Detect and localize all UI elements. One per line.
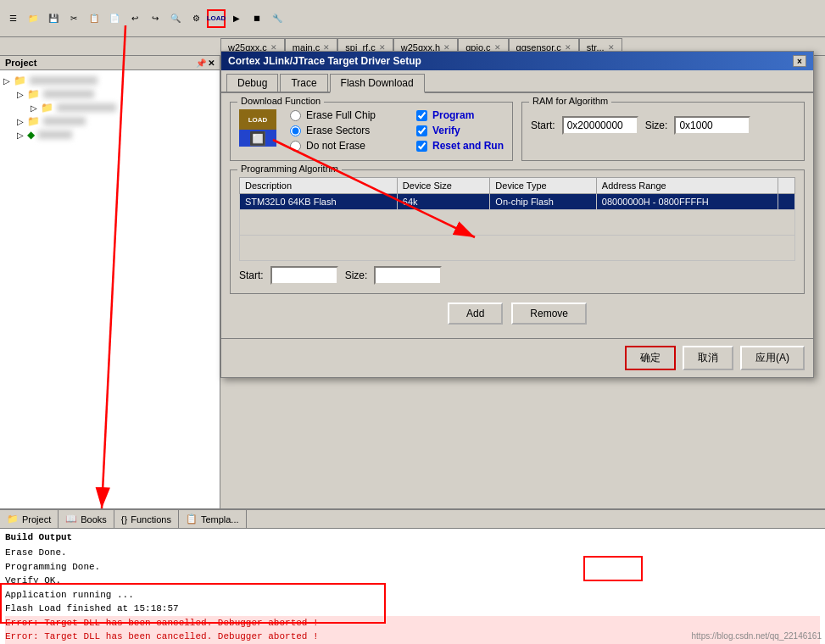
toolbar-btn-redo[interactable]: ↪ <box>146 9 164 28</box>
reset-run-checkbox[interactable] <box>416 141 427 152</box>
folder-icon: 📁 <box>27 115 40 127</box>
program-option[interactable]: Program <box>416 109 504 121</box>
build-output-panel: 📁 Project 📖 Books {} Functions 📋 Templa.… <box>0 508 825 644</box>
tree-item[interactable]: ▷ 📁 <box>3 101 216 114</box>
erase-sectors-radio[interactable] <box>290 125 301 136</box>
close-icon[interactable]: ✕ <box>494 43 501 52</box>
bottom-tab-project[interactable]: 📁 Project <box>0 510 59 528</box>
ram-start-input[interactable] <box>562 116 638 135</box>
output-line: Application running ... <box>5 588 820 602</box>
toolbar-btn-search[interactable]: 🔍 <box>166 9 185 28</box>
verify-option[interactable]: Verify <box>416 125 504 136</box>
program-options: Program Verify Reset and Run <box>416 109 504 152</box>
section-legend: RAM for Algorithm <box>529 96 611 106</box>
books-icon: 📖 <box>65 514 77 525</box>
panel-pin-icon[interactable]: 📌 <box>196 58 206 68</box>
dialog-tab-flash-download[interactable]: Flash Download <box>330 74 425 93</box>
toolbar-btn-copy[interactable]: 📋 <box>85 9 103 28</box>
table-empty-row <box>240 210 795 236</box>
tab-label: Books <box>81 514 107 525</box>
build-output-content: Build Output Erase Done. Programming Don… <box>0 529 825 644</box>
size-label: Size: <box>645 119 668 131</box>
table-row[interactable]: STM32L0 64KB Flash 64k On-chip Flash 080… <box>240 194 795 210</box>
dialog-tab-bar: Debug Trace Flash Download <box>221 70 813 93</box>
toolbar-btn-run[interactable]: ▶ <box>227 9 246 28</box>
tab-label: Templa... <box>201 514 239 525</box>
erase-full-chip-radio[interactable] <box>290 110 301 121</box>
toolbar-btn-undo[interactable]: ↩ <box>125 9 144 28</box>
do-not-erase-option[interactable]: Do not Erase <box>290 140 403 152</box>
close-icon[interactable]: ✕ <box>379 43 386 52</box>
close-icon[interactable]: ✕ <box>270 43 277 52</box>
ram-start-row: Start: Size: <box>531 116 795 135</box>
col-device-size: Device Size <box>397 178 490 194</box>
tree-item[interactable]: ▷ 📁 <box>3 87 216 101</box>
close-icon[interactable]: ✕ <box>565 43 571 52</box>
tree-item-label <box>30 76 98 85</box>
top-sections: Download Function LOAD 🔲 <box>230 102 805 169</box>
dialog-content: Download Function LOAD 🔲 <box>221 93 813 338</box>
table-size-input[interactable] <box>374 266 442 285</box>
close-icon[interactable]: ✕ <box>323 43 330 52</box>
programming-algorithm-section: Programming Algorithm Description Device… <box>230 169 805 294</box>
panel-close-icon[interactable]: ✕ <box>208 58 215 68</box>
bottom-tab-books[interactable]: 📖 Books <box>59 510 114 528</box>
program-label: Program <box>432 109 474 121</box>
toolbar-btn-paste[interactable]: 📄 <box>105 9 124 28</box>
bottom-tab-functions[interactable]: {} Functions <box>114 510 179 528</box>
toolbar-btn-menu[interactable]: ☰ <box>3 9 22 28</box>
add-button[interactable]: Add <box>448 303 503 325</box>
chevron-icon: ▷ <box>17 117 24 126</box>
toolbar-btn-debug[interactable]: 🔧 <box>268 9 287 28</box>
section-legend: Programming Algorithm <box>237 164 342 174</box>
dialog-tab-debug[interactable]: Debug <box>226 74 278 92</box>
project-icon: 📁 <box>7 514 19 525</box>
close-icon[interactable]: ✕ <box>608 43 615 52</box>
cell-empty <box>778 194 794 210</box>
do-not-erase-radio[interactable] <box>290 141 301 152</box>
programming-algorithm-table: Description Device Size Device Type Addr… <box>239 177 795 261</box>
toolbar-btn-save[interactable]: 💾 <box>44 9 63 28</box>
col-description: Description <box>240 178 398 194</box>
ram-size-input[interactable] <box>674 116 750 135</box>
dialog-tab-trace[interactable]: Trace <box>280 74 327 92</box>
tree-item-label <box>57 103 116 112</box>
remove-button[interactable]: Remove <box>511 303 587 325</box>
tree-item-label <box>43 90 94 98</box>
folder-icon: 📁 <box>27 88 40 100</box>
chip-symbol: 🔲 <box>249 130 266 147</box>
table-start-input[interactable] <box>270 266 338 285</box>
erase-sectors-option[interactable]: Erase Sectors <box>290 125 403 136</box>
panel-title: Project 📌 ✕ <box>0 56 220 70</box>
target-driver-dialog: Cortex JLink/JTrace Target Driver Setup … <box>220 51 814 378</box>
toolbar-btn-new[interactable]: 📁 <box>24 9 42 28</box>
output-error-line: Error: Target DLL has been cancelled. De… <box>5 616 820 630</box>
cell-address-range: 08000000H - 0800FFFFH <box>596 194 778 210</box>
bottom-tab-templates[interactable]: 📋 Templa... <box>179 510 247 528</box>
chevron-icon: ▷ <box>17 90 24 99</box>
reset-run-option[interactable]: Reset and Run <box>416 140 504 152</box>
col-address-range: Address Range <box>596 178 778 194</box>
tree-item-selected[interactable]: ▷ ◆ <box>3 128 216 142</box>
close-icon[interactable]: ✕ <box>443 43 450 52</box>
col-device-type: Device Type <box>490 178 597 194</box>
tree-item-label <box>38 130 72 139</box>
col-empty <box>778 178 794 194</box>
toolbar-btn-stop[interactable]: ⏹ <box>248 9 266 28</box>
table-footer: Start: Size: <box>239 266 795 285</box>
verify-checkbox[interactable] <box>416 125 427 136</box>
tree-item[interactable]: ▷ 📁 <box>3 74 216 87</box>
toolbar-btn-cut[interactable]: ✂ <box>64 9 83 28</box>
erase-full-chip-option[interactable]: Erase Full Chip <box>290 109 403 121</box>
tree-item[interactable]: ▷ 📁 <box>3 114 216 128</box>
ok-button[interactable]: 确定 <box>625 346 676 370</box>
apply-button[interactable]: 应用(A) <box>740 346 805 370</box>
table-empty-row <box>240 236 795 261</box>
load-label: LOAD <box>239 109 276 130</box>
dialog-close-button[interactable]: × <box>793 55 806 67</box>
cancel-button[interactable]: 取消 <box>683 346 733 370</box>
toolbar-btn-load[interactable]: LOAD <box>207 9 226 28</box>
toolbar-btn-settings[interactable]: ⚙ <box>187 9 205 28</box>
program-checkbox[interactable] <box>416 110 427 121</box>
watermark: https://blog.csdn.net/qq_22146161 <box>692 631 822 641</box>
